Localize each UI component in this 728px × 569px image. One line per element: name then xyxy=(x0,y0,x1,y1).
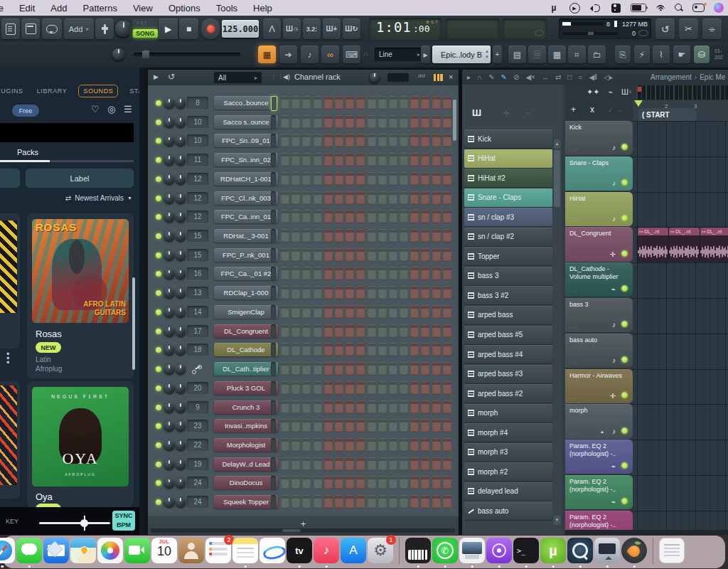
channel-selector-strip[interactable] xyxy=(271,324,276,338)
channel-enable-led[interactable] xyxy=(156,462,161,467)
step-cell[interactable] xyxy=(400,400,408,414)
step-cell[interactable] xyxy=(432,476,441,489)
channel-volume-knob[interactable] xyxy=(176,288,186,298)
pattern-stepper-icon[interactable]: ▲▼ xyxy=(485,48,489,60)
step-cell[interactable] xyxy=(324,324,333,338)
channel-selector-strip[interactable] xyxy=(271,172,276,186)
menu-item-options[interactable]: Options xyxy=(168,3,200,14)
step-cell[interactable] xyxy=(302,286,311,299)
key-slider-handle[interactable] xyxy=(80,519,88,527)
dock-app-podcasts[interactable] xyxy=(486,538,512,563)
step-cell[interactable] xyxy=(324,343,333,356)
playhead-marker[interactable] xyxy=(634,100,643,107)
track-led[interactable] xyxy=(621,144,628,150)
step-cell[interactable] xyxy=(432,115,441,129)
playlist-track-hihat[interactable]: HiHat...♪ xyxy=(565,192,633,226)
step-cell[interactable] xyxy=(302,134,311,147)
step-cell[interactable] xyxy=(421,305,429,319)
dock-app-freeform[interactable] xyxy=(259,538,285,563)
piano-roll-view-button[interactable]: 𝄚 xyxy=(528,46,546,63)
step-cell[interactable] xyxy=(356,419,365,432)
step-cell[interactable] xyxy=(368,305,376,319)
step-cell[interactable] xyxy=(356,343,365,356)
step-cell[interactable] xyxy=(281,362,289,376)
channel-volume-knob[interactable] xyxy=(176,421,186,431)
playlist-track-param-eq-2[interactable]: Param. EQ 2 (norphologist) -.....⌁ xyxy=(565,475,633,509)
step-cell[interactable] xyxy=(389,400,397,414)
channel-pan-knob[interactable] xyxy=(164,440,174,450)
step-cell[interactable] xyxy=(346,476,354,489)
picker-scroll-down[interactable]: ▼ xyxy=(554,516,560,525)
step-cell[interactable] xyxy=(335,476,343,489)
dock-app-quicktime[interactable] xyxy=(567,538,593,563)
overdub-button[interactable]: Ш+ xyxy=(323,18,341,39)
channel-number-display[interactable]: 20 xyxy=(187,382,208,394)
step-cell[interactable] xyxy=(314,115,322,129)
dock-app-utorrent[interactable]: µ xyxy=(540,538,566,563)
step-cell[interactable] xyxy=(314,172,322,186)
step-cell[interactable] xyxy=(314,248,322,262)
channel-name-button[interactable]: RDHat.._3-001 xyxy=(214,229,278,243)
partial-pack-card-left-2[interactable] xyxy=(0,381,20,499)
playlist-bottom-scrollbar[interactable] xyxy=(565,530,728,535)
dock-app-maps[interactable] xyxy=(70,538,96,563)
step-cell[interactable] xyxy=(356,438,365,452)
step-cell[interactable] xyxy=(410,248,419,262)
channel-name-button[interactable]: Invasi..mpkins xyxy=(214,419,278,432)
step-cell[interactable] xyxy=(389,229,397,243)
pattern-item-arped-bass-5[interactable]: arped bass #5 xyxy=(464,326,552,344)
step-cell[interactable] xyxy=(346,248,354,262)
step-cell[interactable] xyxy=(291,476,300,489)
step-cell[interactable] xyxy=(324,191,333,205)
step-cell[interactable] xyxy=(335,115,343,129)
channel-enable-led[interactable] xyxy=(156,405,161,410)
step-cell[interactable] xyxy=(410,286,419,299)
step-cell[interactable] xyxy=(302,343,311,356)
channel-name-button[interactable]: FPC_Cl..nk_003 xyxy=(214,191,278,205)
song-pattern-toggle[interactable]: PAT SONG xyxy=(132,18,158,39)
browser-scrollbar[interactable] xyxy=(132,277,135,370)
step-cell[interactable] xyxy=(389,419,397,432)
step-cell[interactable] xyxy=(389,381,397,395)
track-led[interactable] xyxy=(621,392,628,398)
cut-tool-button[interactable]: ✂ xyxy=(679,18,698,39)
loop-record-button[interactable]: Ш↻ xyxy=(343,18,360,39)
time-display[interactable]: 1:01 :00 B:S:T xyxy=(369,18,441,40)
step-cell[interactable] xyxy=(281,457,289,471)
channel-enable-led[interactable] xyxy=(156,252,161,258)
playlist-track-param-eq-2[interactable]: Param. EQ 2 (norphologist) -.....⌁ xyxy=(565,440,633,474)
channel-volume-knob[interactable] xyxy=(176,459,186,469)
channel-name-button[interactable]: DL_Congruent xyxy=(214,324,278,338)
channel-enable-led[interactable] xyxy=(156,309,161,315)
playlist-breadcrumb[interactable]: Arrangement›Epic Me xyxy=(651,73,725,81)
step-cell[interactable] xyxy=(410,153,419,166)
link-button[interactable]: ∞ xyxy=(321,46,339,63)
step-cell[interactable] xyxy=(389,172,397,186)
playlist-timeline[interactable]: 2 3 ( START xyxy=(633,100,728,121)
step-cell[interactable] xyxy=(421,115,429,129)
step-cell[interactable] xyxy=(281,324,289,338)
step-cell[interactable] xyxy=(356,286,365,299)
dock-app-whatsapp[interactable]: ✆ xyxy=(432,538,458,563)
step-cell[interactable] xyxy=(378,438,387,452)
channel-enable-led[interactable] xyxy=(156,347,161,353)
channel-pan-knob[interactable] xyxy=(164,326,174,336)
smoothing-knob[interactable] xyxy=(112,48,124,60)
channel-number-display[interactable]: 15 xyxy=(187,249,208,261)
track-led[interactable] xyxy=(621,498,628,504)
step-cell[interactable] xyxy=(314,400,322,414)
step-cell[interactable] xyxy=(324,362,333,376)
step-cell[interactable] xyxy=(302,210,311,223)
instrument-track-icon[interactable]: Ш xyxy=(621,87,628,97)
step-cell[interactable] xyxy=(335,305,343,319)
step-cell[interactable] xyxy=(302,96,311,110)
channel-number-display[interactable]: 18 xyxy=(187,344,208,356)
pattern-item-sn-clap-3[interactable]: sn / clap #3 xyxy=(464,208,552,226)
step-cell[interactable] xyxy=(389,438,397,452)
channel-enable-led[interactable] xyxy=(156,214,161,220)
step-cell[interactable] xyxy=(368,457,376,471)
step-cell[interactable] xyxy=(368,96,376,110)
step-cell[interactable] xyxy=(356,457,365,471)
step-cell[interactable] xyxy=(291,210,300,223)
step-cell[interactable] xyxy=(356,267,365,280)
